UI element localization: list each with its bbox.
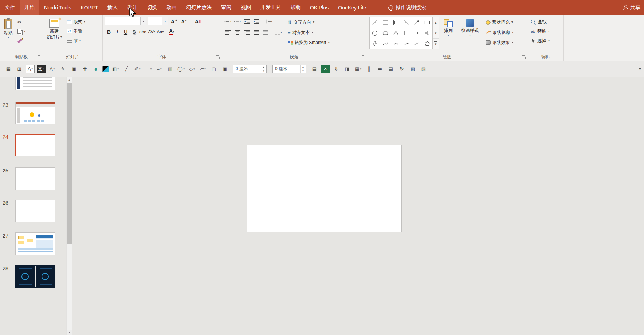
shape-triangle-icon[interactable] bbox=[390, 28, 401, 39]
oval-tool-icon[interactable]: ◯ bbox=[177, 65, 185, 73]
color-swatch-icon[interactable] bbox=[102, 66, 109, 72]
paste-button[interactable]: 粘贴 ▾ bbox=[2, 17, 15, 52]
textbox-tool-icon[interactable]: A bbox=[26, 65, 35, 73]
tab-home[interactable]: 开始 bbox=[20, 0, 39, 15]
slide-thumbnail-26[interactable] bbox=[15, 200, 55, 222]
shape-outline-button[interactable]: 形状轮廓▾ bbox=[484, 27, 515, 37]
width-spinner[interactable]: 0 厘米 ▲▼ bbox=[233, 65, 267, 73]
scrollbar-down-icon[interactable]: ▼ bbox=[67, 330, 72, 335]
shape-down-arrow-icon[interactable] bbox=[370, 38, 380, 49]
tab-help[interactable]: 帮助 bbox=[286, 0, 305, 15]
group-tool-icon[interactable]: ▧ bbox=[408, 65, 417, 73]
share-button[interactable]: 共享 bbox=[621, 0, 644, 15]
height-spinner[interactable]: 0 厘米 ▲▼ bbox=[272, 65, 306, 73]
font-name-combobox[interactable]: ▾ bbox=[105, 17, 146, 25]
skew-tool-icon[interactable]: ▱ bbox=[199, 65, 207, 73]
shape-elbow-arrow-icon[interactable] bbox=[412, 28, 422, 39]
scrollbar-thumb[interactable] bbox=[67, 83, 72, 244]
slide-thumbnail-22[interactable] bbox=[15, 77, 55, 90]
font-name-dropdown-icon[interactable]: ▾ bbox=[140, 17, 146, 25]
tab-review[interactable]: 审阅 bbox=[216, 0, 236, 15]
height-spinner-down-icon[interactable]: ▼ bbox=[301, 69, 306, 73]
line-tool-icon[interactable]: — bbox=[144, 65, 153, 73]
tab-animations[interactable]: 动画 bbox=[162, 0, 181, 15]
shape-arrow-line-icon[interactable] bbox=[412, 17, 422, 28]
font-dialog-launcher[interactable] bbox=[216, 55, 220, 59]
tab-developer[interactable]: 开发工具 bbox=[256, 0, 286, 15]
replace-button[interactable]: ab替换▾ bbox=[530, 27, 562, 36]
section-button[interactable]: 节▾ bbox=[65, 36, 87, 45]
eyedropper-icon[interactable]: ✎ bbox=[59, 65, 67, 73]
decrease-indent-button[interactable] bbox=[243, 17, 251, 25]
shape-line2-icon[interactable] bbox=[401, 17, 412, 28]
color-circle-icon[interactable]: ● bbox=[91, 65, 100, 73]
scrollbar-up-icon[interactable]: ▲ bbox=[67, 77, 72, 83]
tab-design[interactable]: 设计 bbox=[122, 0, 142, 15]
underline-button[interactable]: U bbox=[122, 28, 130, 36]
shape-elbow-icon[interactable] bbox=[401, 28, 412, 39]
change-case-button[interactable]: Aa▾ bbox=[156, 28, 165, 36]
distribute-h-icon[interactable]: ║ bbox=[365, 65, 373, 73]
tab-transitions[interactable]: 切换 bbox=[142, 0, 162, 15]
toolbar-overflow-icon[interactable]: ▼ bbox=[638, 67, 642, 71]
pipette-icon[interactable]: ╱ bbox=[122, 65, 131, 73]
shape-freeform-icon[interactable] bbox=[380, 38, 391, 49]
width-spinner-down-icon[interactable]: ▼ bbox=[261, 69, 266, 73]
tab-file[interactable]: 文件 bbox=[0, 0, 20, 15]
select-button[interactable]: 选择▾ bbox=[530, 36, 562, 45]
format-paint-icon[interactable]: ◨ bbox=[343, 65, 352, 73]
columns-button[interactable]: ▾ bbox=[274, 28, 283, 36]
increase-font-button[interactable]: A▲ bbox=[170, 17, 178, 25]
shape-curve-icon[interactable] bbox=[390, 38, 401, 49]
panel-scrollbar[interactable]: ▲ ▼ bbox=[66, 77, 72, 335]
reset-button[interactable]: ↺重置 bbox=[65, 27, 87, 36]
new-slide-button[interactable]: 新建 幻灯片▾ bbox=[45, 17, 63, 52]
mask-tool-icon[interactable]: ▣ bbox=[220, 65, 229, 73]
font-size-combobox[interactable]: ▾ bbox=[148, 17, 168, 25]
text-direction-button[interactable]: ⇅文字方向▾ bbox=[286, 17, 331, 27]
align-objects-icon[interactable]: ▤ bbox=[386, 65, 395, 73]
slide-thumbnail-25[interactable] bbox=[15, 167, 55, 190]
bullets-button[interactable]: ▾ bbox=[224, 17, 232, 25]
layout-button[interactable]: 版式▾ bbox=[65, 17, 87, 27]
align-tool-icon[interactable]: ≡ bbox=[155, 65, 164, 73]
shape-rounded-rect-icon[interactable] bbox=[380, 28, 391, 39]
pen-tool-icon[interactable]: ✐ bbox=[133, 65, 142, 73]
font-size-dropdown-icon[interactable]: ▾ bbox=[162, 17, 168, 25]
border-style-icon[interactable]: ▦ bbox=[354, 65, 362, 73]
copy-button[interactable]: ▾ bbox=[16, 27, 27, 36]
shape-frame-icon[interactable] bbox=[390, 17, 401, 28]
format-painter-button[interactable] bbox=[16, 36, 27, 45]
tab-nordri-tools[interactable]: Nordri Tools bbox=[39, 0, 76, 15]
tab-insert[interactable]: 插入 bbox=[103, 0, 122, 15]
shape-textbox-icon[interactable] bbox=[380, 17, 391, 28]
decrease-font-button[interactable]: A▼ bbox=[180, 17, 189, 25]
tab-slideshow[interactable]: 幻灯片放映 bbox=[181, 0, 216, 15]
size-tool-icon[interactable]: ▨ bbox=[419, 65, 428, 73]
text-shadow-button[interactable]: S bbox=[130, 28, 138, 36]
clear-formatting-button[interactable]: A bbox=[194, 17, 203, 25]
delete-x-icon[interactable]: ✕ bbox=[321, 65, 330, 73]
tab-onekey-lite[interactable]: OneKey Lite bbox=[333, 0, 371, 15]
text-style-icon[interactable]: 文 bbox=[37, 65, 46, 73]
clipboard-dialog-launcher[interactable] bbox=[38, 55, 42, 59]
export-icon[interactable]: ⇩ bbox=[332, 65, 341, 73]
crop-tool-icon[interactable]: ▢ bbox=[209, 65, 218, 73]
chart-tool-icon[interactable]: ▥ bbox=[166, 65, 174, 73]
align-right-button[interactable] bbox=[243, 28, 251, 36]
convert-smartart-button[interactable]: 转换为 SmartArt▾ bbox=[286, 37, 331, 48]
font-color-button[interactable]: A▾ bbox=[168, 28, 176, 36]
pin-icon[interactable]: ✚ bbox=[80, 65, 89, 73]
bold-button[interactable]: B bbox=[105, 28, 113, 36]
shape-effects-button[interactable]: 形状效果▾ bbox=[484, 37, 515, 48]
rotate-tool-icon[interactable]: ↻ bbox=[397, 65, 406, 73]
distribute-text-button[interactable] bbox=[262, 28, 270, 36]
justify-button[interactable] bbox=[252, 28, 261, 36]
character-spacing-button[interactable]: AV▾ bbox=[147, 28, 156, 36]
cut-button[interactable]: ✂ bbox=[16, 17, 27, 27]
line-spacing-button[interactable]: ▾ bbox=[264, 17, 273, 25]
tab-ok-plus[interactable]: OK Plus bbox=[305, 0, 333, 15]
numbering-button[interactable]: ▾ bbox=[233, 17, 242, 25]
height-spinner-up-icon[interactable]: ▲ bbox=[301, 65, 306, 69]
slide-thumbnail-24-selected[interactable] bbox=[15, 134, 55, 156]
